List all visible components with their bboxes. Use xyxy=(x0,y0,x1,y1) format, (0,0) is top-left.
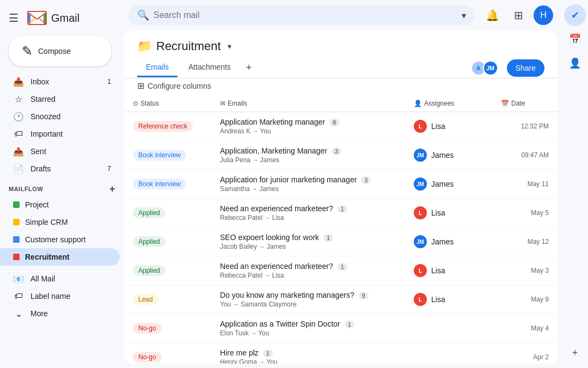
search-input[interactable] xyxy=(154,10,457,20)
sidebar-item-label-name[interactable]: 🏷 Label name xyxy=(0,287,120,305)
email-count: 1 xyxy=(263,349,273,357)
drafts-label: Drafts xyxy=(30,164,101,173)
assignee-avatar: L xyxy=(414,293,427,306)
assignee-td: JM James xyxy=(405,141,492,170)
folder-customer-support[interactable]: Customer support xyxy=(0,231,120,248)
table-row[interactable]: No-go Application as a Twitter Spin Doct… xyxy=(124,314,558,343)
email-count: 3 xyxy=(361,176,371,184)
assignee-td xyxy=(405,343,492,364)
col-header-status: ⊙ Status xyxy=(124,95,211,112)
folder-simple-crm[interactable]: Simple CRM xyxy=(0,213,120,231)
status-cell: Book interview xyxy=(124,170,211,199)
status-badge: Applied xyxy=(133,265,166,276)
customer-support-color-icon xyxy=(13,236,20,243)
email-meta: Rebecca Patel → Lisa xyxy=(220,214,396,222)
status-cell: Lead xyxy=(124,285,211,314)
all-mail-label: All Mail xyxy=(30,274,111,283)
project-color-icon xyxy=(13,201,20,208)
status-badge: Applied xyxy=(133,207,166,218)
mailflow-add-icon[interactable]: + xyxy=(109,184,115,194)
folder-title: Recruitment xyxy=(156,39,221,53)
assignee-td: L Lisa xyxy=(405,256,492,285)
menu-icon[interactable]: ☰ xyxy=(4,7,23,29)
side-icon-add[interactable]: + xyxy=(564,342,586,364)
assignee-avatar: L xyxy=(414,206,427,219)
sent-icon: 📤 xyxy=(13,146,24,157)
status-cell: No-go xyxy=(124,314,211,343)
table-row[interactable]: Book interview Application for junior ma… xyxy=(124,170,558,199)
mailflow-header[interactable]: Mailflow + xyxy=(0,182,120,196)
table-row[interactable]: No-go Hire me plz 1 Henry Goma → You Apr… xyxy=(124,343,558,364)
date-cell: May 12 xyxy=(492,228,558,256)
email-meta: Elon Tusk → You xyxy=(220,329,396,337)
folder-project[interactable]: Project xyxy=(0,196,120,213)
tab-emails[interactable]: Emails xyxy=(137,58,177,77)
table-row[interactable]: Reference check Application Marketing ma… xyxy=(124,112,558,141)
recruitment-label: Recruitment xyxy=(25,253,70,261)
tabs-bar: Emails Attachments + A JM Share xyxy=(124,58,558,78)
table-row[interactable]: Lead Do you know any marketing managers?… xyxy=(124,285,558,314)
compose-button[interactable]: ✎ Compose xyxy=(9,36,111,66)
side-icon-tasks[interactable]: ✔ xyxy=(564,4,586,26)
starred-label: Starred xyxy=(30,95,111,103)
assignee-name: Lisa xyxy=(431,208,445,217)
sidebar-item-snoozed[interactable]: 🕐 Snoozed xyxy=(0,108,120,125)
sidebar-item-inbox[interactable]: 📥 Inbox 1 xyxy=(0,73,120,90)
assignee-cell: L Lisa xyxy=(414,264,483,277)
side-icon-calendar[interactable]: 📅 xyxy=(564,28,586,50)
search-dropdown-icon[interactable]: ▾ xyxy=(462,10,466,21)
col-header-emails: ✉ Emails xyxy=(211,95,405,112)
date-cell: May 11 xyxy=(492,170,558,199)
assignee-name: James xyxy=(431,237,454,246)
logo-area: ☰ Gmail xyxy=(0,4,120,32)
assignee-td: JM James xyxy=(405,228,492,256)
folder-dropdown-icon[interactable]: ▾ xyxy=(228,42,231,51)
content-area: 📁 Recruitment ▾ Emails Attachments + A J… xyxy=(124,30,558,364)
table-row[interactable]: Applied Need an experienced marketeer? 1… xyxy=(124,199,558,228)
assignee-avatar: JM xyxy=(414,177,427,191)
assignee-cell: L Lisa xyxy=(414,293,483,306)
col-header-date: 📅 Date xyxy=(492,95,558,112)
assignee-avatar: JM xyxy=(414,235,427,248)
configure-icon: ⊞ xyxy=(137,81,144,91)
more-label: More xyxy=(30,309,111,318)
status-badge: Applied xyxy=(133,236,166,247)
tab-attachments[interactable]: Attachments xyxy=(180,58,240,77)
email-meta: Julia Pena → James xyxy=(220,156,396,164)
snoozed-label: Snoozed xyxy=(30,112,111,121)
side-icon-contacts[interactable]: 👤 xyxy=(564,52,586,74)
content-header: 📁 Recruitment ▾ xyxy=(124,30,558,58)
date-cell: May 3 xyxy=(492,256,558,285)
app-switcher-button[interactable]: ⊞ xyxy=(507,4,529,26)
table-row[interactable]: Applied SEO expoert looking for work 1 J… xyxy=(124,228,558,256)
table-row[interactable]: Book interview Application, Marketing Ma… xyxy=(124,141,558,170)
assignee-cell: L Lisa xyxy=(414,206,483,219)
sidebar-item-more[interactable]: ⌄ More xyxy=(0,305,120,322)
col-header-assignees: 👤 Assignees xyxy=(405,95,492,112)
folder-recruitment[interactable]: Recruitment xyxy=(0,248,120,266)
email-subject: SEO expoert looking for work 1 xyxy=(220,233,396,242)
email-count: 3 xyxy=(332,148,341,155)
email-meta: Jacob Bailey → James xyxy=(220,243,396,250)
mailflow-section: Mailflow + Project Simple CRM Customer s… xyxy=(0,182,120,266)
important-icon: 🏷 xyxy=(13,129,24,139)
sidebar-item-drafts[interactable]: 📄 Drafts 7 xyxy=(0,160,120,177)
sidebar-item-sent[interactable]: 📤 Sent xyxy=(0,143,120,160)
search-box: 🔍 ▾ xyxy=(128,5,475,26)
user-avatar[interactable]: H xyxy=(534,5,553,25)
table-row[interactable]: Applied Need an experienced marketeer? 1… xyxy=(124,256,558,285)
label-name-label: Label name xyxy=(30,292,111,300)
configure-columns-row[interactable]: ⊞ Configure columns xyxy=(124,78,558,95)
compose-plus-icon: ✎ xyxy=(22,45,33,58)
avatar-jm: JM xyxy=(483,60,498,76)
sidebar-item-important[interactable]: 🏷 Important xyxy=(0,125,120,143)
starred-icon: ☆ xyxy=(13,94,24,105)
assignee-td: L Lisa xyxy=(405,112,492,141)
sidebar-item-all-mail[interactable]: 📧 All Mail xyxy=(0,270,120,287)
add-tab-button[interactable]: + xyxy=(242,58,256,78)
sidebar-item-starred[interactable]: ☆ Starred xyxy=(0,90,120,108)
email-cell: Application as a Twitter Spin Doctor 1 E… xyxy=(211,314,405,343)
status-cell: Applied xyxy=(124,228,211,256)
share-button[interactable]: Share xyxy=(507,59,544,77)
notifications-button[interactable]: 🔔 xyxy=(481,4,503,26)
